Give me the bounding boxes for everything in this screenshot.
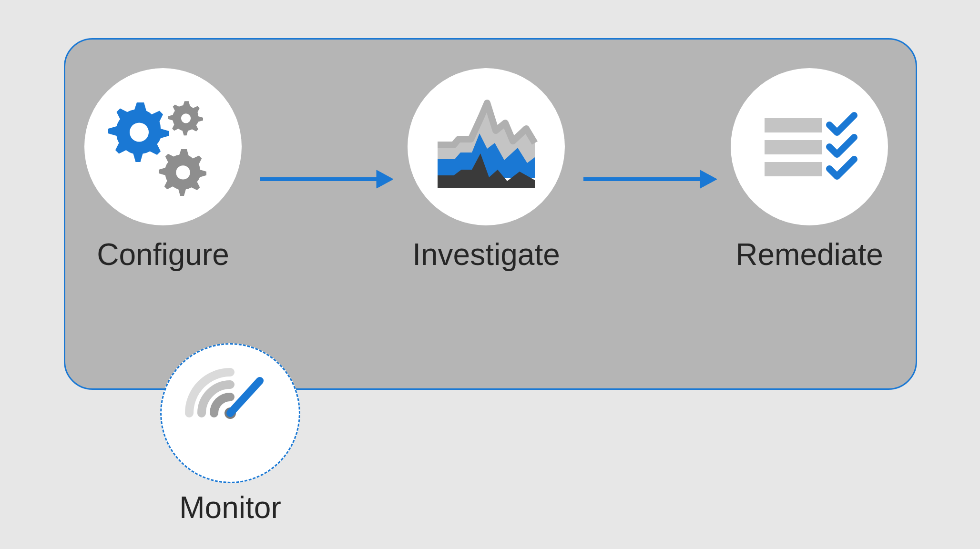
svg-marker-4 — [377, 170, 393, 188]
investigate-circle — [408, 68, 565, 225]
chart-icon — [424, 85, 548, 209]
radar-icon — [178, 361, 283, 466]
svg-point-0 — [130, 123, 149, 142]
configure-label: Configure — [97, 237, 229, 272]
step-remediate: Remediate — [731, 68, 888, 272]
step-configure: Configure — [84, 68, 242, 272]
monitor-label: Monitor — [160, 490, 300, 525]
svg-point-2 — [176, 165, 190, 179]
remediate-circle — [731, 68, 888, 225]
svg-marker-6 — [700, 170, 717, 188]
gears-icon — [101, 85, 225, 209]
investigate-label: Investigate — [412, 237, 560, 272]
configure-circle — [84, 68, 242, 225]
step-investigate: Investigate — [408, 68, 565, 272]
remediate-label: Remediate — [735, 237, 883, 272]
arrow-investigate-remediate — [583, 167, 717, 191]
workflow-container: Configure Investigate — [64, 38, 917, 390]
monitor-circle — [160, 343, 300, 483]
svg-rect-8 — [765, 140, 822, 154]
svg-point-1 — [181, 113, 191, 123]
svg-rect-9 — [765, 162, 822, 176]
arrow-configure-investigate — [260, 167, 393, 191]
svg-rect-7 — [765, 118, 822, 132]
checklist-icon — [747, 85, 871, 209]
svg-line-11 — [230, 381, 260, 413]
